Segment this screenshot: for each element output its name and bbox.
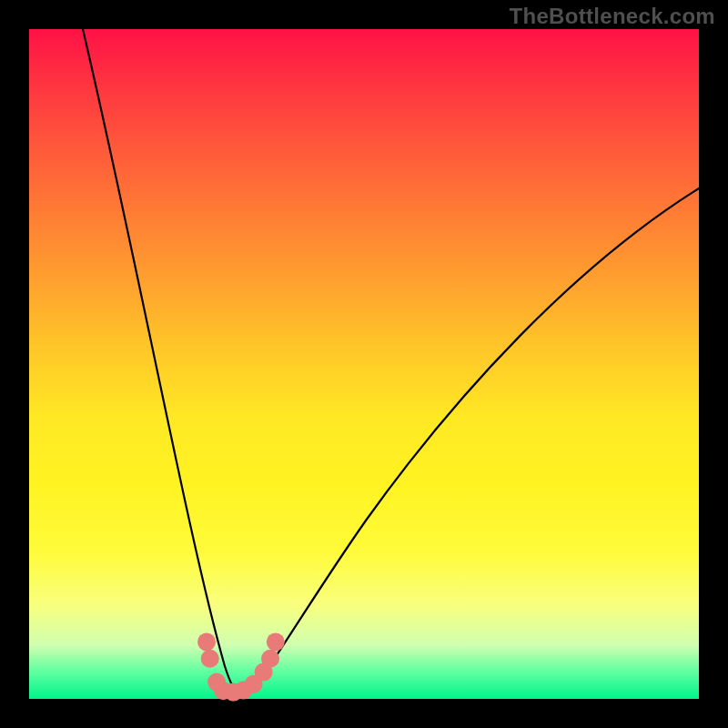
curve-layer bbox=[29, 29, 699, 699]
data-marker bbox=[267, 632, 285, 651]
data-marker bbox=[201, 650, 219, 668]
curve-left-branch bbox=[83, 29, 242, 699]
plot-area bbox=[29, 29, 699, 699]
data-marker bbox=[197, 632, 216, 651]
data-marker bbox=[261, 650, 279, 668]
marker-group bbox=[197, 632, 285, 701]
chart-frame: TheBottleneck.com bbox=[0, 0, 728, 728]
watermark-text: TheBottleneck.com bbox=[510, 4, 715, 29]
curve-right-branch bbox=[242, 188, 699, 699]
